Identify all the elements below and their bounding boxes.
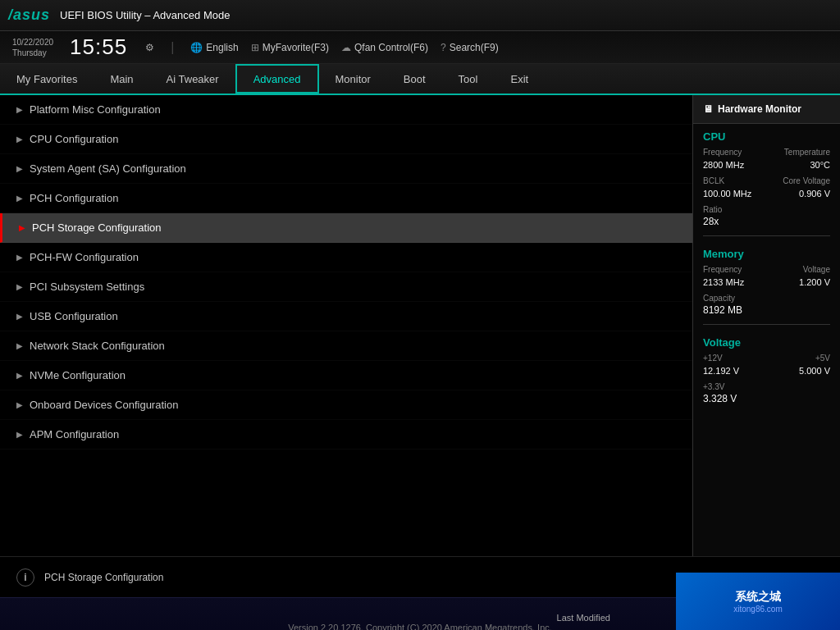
chevron-right-icon: ▶ [16,430,23,439]
menu-item[interactable]: ▶System Agent (SA) Configuration [0,154,692,184]
date-block: 10/22/2020 Thursday [12,37,53,58]
time-display: 15:55 [70,34,127,60]
bclk-label: BCLK [703,176,724,185]
chevron-right-icon: ▶ [16,341,23,350]
my-favorite-button[interactable]: ⊞ MyFavorite(F3) [251,42,329,53]
chevron-right-icon: ▶ [16,164,23,173]
bclk-value: 100.00 MHz [703,189,751,199]
nav-item-my-favorites[interactable]: My Favorites [0,64,94,94]
favorite-icon: ⊞ [251,42,259,53]
cpu-section-title: CPU [693,124,840,146]
menu-panel: ▶Platform Misc Configuration▶CPU Configu… [0,95,692,556]
nav-item-boot[interactable]: Boot [387,64,442,94]
nav-item-ai-tweaker[interactable]: Ai Tweaker [150,64,235,94]
menu-item-label: PCH Storage Configuration [32,221,162,234]
day-text: Thursday [12,48,53,58]
volt-33v-row: +3.3V [693,381,840,393]
menu-item[interactable]: ▶PCH-FW Configuration [0,243,692,272]
cpu-bclk-value-row: 100.00 MHz 0.906 V [693,187,840,200]
my-favorite-label: MyFavorite(F3) [262,42,329,53]
menu-item[interactable]: ▶NVMe Configuration [0,361,692,390]
nav-item-main[interactable]: Main [94,64,149,94]
nav-item-exit[interactable]: Exit [494,64,545,94]
menu-item-label: Network Stack Configuration [30,340,165,352]
search-label: Search(F9) [450,42,499,53]
cpu-temp-label: Temperature [784,148,830,157]
plus5v-value: 5.000 V [799,366,830,376]
cpu-freq-value-row: 2800 MHz 30°C [693,158,840,171]
chevron-right-icon: ▶ [16,135,23,144]
menu-item-label: PCH-FW Configuration [30,251,139,263]
cpu-freq-row: Frequency Temperature [693,146,840,158]
menu-item[interactable]: ▶PCI Subsystem Settings [0,272,692,302]
header-bar: /asus UEFI BIOS Utility – Advanced Mode [0,0,840,31]
mem-capacity-row: Capacity [693,292,840,304]
capacity-value: 8192 MB [693,304,840,319]
qfan-label: Qfan Control(F6) [354,42,428,53]
menu-item-label: APM Configuration [30,428,119,441]
plus33v-label: +3.3V [703,382,724,391]
menu-item[interactable]: ▶CPU Configuration [0,125,692,154]
core-voltage-label: Core Voltage [783,176,830,185]
ratio-label: Ratio [703,205,722,214]
menu-item-label: CPU Configuration [30,133,118,145]
menu-item[interactable]: ▶USB Configuration [0,302,692,331]
menu-item-label: NVMe Configuration [30,369,126,381]
nav-bar: My FavoritesMainAi TweakerAdvancedMonito… [0,64,840,95]
ratio-value: 28x [693,216,840,231]
menu-item[interactable]: ▶Onboard Devices Configuration [0,390,692,420]
chevron-right-icon: ▶ [16,371,23,380]
menu-item[interactable]: ▶APM Configuration [0,420,692,450]
hardware-monitor-panel: 🖥 Hardware Monitor CPU Frequency Tempera… [692,95,840,556]
mem-voltage-value: 1.200 V [799,277,830,287]
info-icon: i [16,568,34,587]
menu-item-label: PCI Subsystem Settings [30,281,144,293]
menu-item[interactable]: ▶PCH Configuration [0,184,692,213]
nav-item-tool[interactable]: Tool [442,64,495,94]
plus33v-value: 3.328 V [693,393,840,408]
nav-item-advanced[interactable]: Advanced [235,64,319,94]
asus-logo: /asus [8,7,50,24]
voltage-section-title: Voltage [693,330,840,352]
mem-freq-value: 2133 MHz [703,277,744,287]
menu-item-label: System Agent (SA) Configuration [30,162,186,175]
cpu-ratio-row: Ratio [693,203,840,216]
search-icon: ? [441,42,446,53]
watermark: 系统之城 xitong86.com [676,573,840,630]
mem-freq-row: Frequency Voltage [693,263,840,276]
cpu-memory-divider [703,235,830,236]
menu-item-label: Onboard Devices Configuration [30,399,178,411]
settings-icon[interactable]: ⚙ [145,42,154,53]
menu-item-label: USB Configuration [30,310,118,322]
core-voltage-value: 0.906 V [799,189,830,199]
volt-12v-row: +12V +5V [693,352,840,364]
memory-voltage-divider [703,324,830,325]
menu-item[interactable]: ▶PCH Storage Configuration [0,213,692,243]
menu-item[interactable]: ▶Platform Misc Configuration [0,95,692,125]
chevron-right-icon: ▶ [16,194,23,203]
hw-monitor-label: Hardware Monitor [718,103,801,115]
nav-item-monitor[interactable]: Monitor [319,64,387,94]
date-text: 10/22/2020 [12,37,53,48]
language-selector[interactable]: 🌐 English [190,42,238,53]
cpu-temp-value: 30°C [810,160,830,170]
memory-section-title: Memory [693,241,840,263]
search-button[interactable]: ? Search(F9) [441,42,499,53]
capacity-label: Capacity [703,294,735,303]
volt-12v-value-row: 12.192 V 5.000 V [693,364,840,377]
menu-item[interactable]: ▶Network Stack Configuration [0,331,692,361]
info-text: PCH Storage Configuration [44,572,163,583]
cpu-freq-label: Frequency [703,148,742,157]
plus5v-label: +5V [815,354,830,363]
watermark-line2: xitong86.com [733,605,782,614]
hw-monitor-title: 🖥 Hardware Monitor [693,95,840,124]
qfan-button[interactable]: ☁ Qfan Control(F6) [341,42,428,53]
watermark-line1: 系统之城 [733,589,782,605]
bios-title: UEFI BIOS Utility – Advanced Mode [60,9,230,21]
chevron-right-icon: ▶ [16,105,23,114]
fan-icon: ☁ [341,42,351,53]
chevron-right-icon: ▶ [16,253,23,262]
plus12v-value: 12.192 V [703,366,739,376]
menu-item-label: PCH Configuration [30,192,118,204]
cpu-bclk-row: BCLK Core Voltage [693,175,840,187]
